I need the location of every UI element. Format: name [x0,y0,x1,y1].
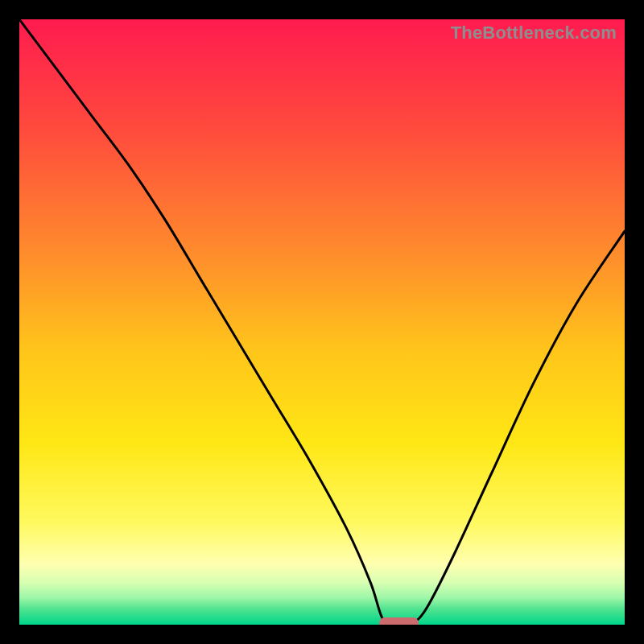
chart-frame: TheBottleneck.com [0,0,644,644]
plot-area: TheBottleneck.com [19,19,625,625]
background-gradient [19,19,625,625]
